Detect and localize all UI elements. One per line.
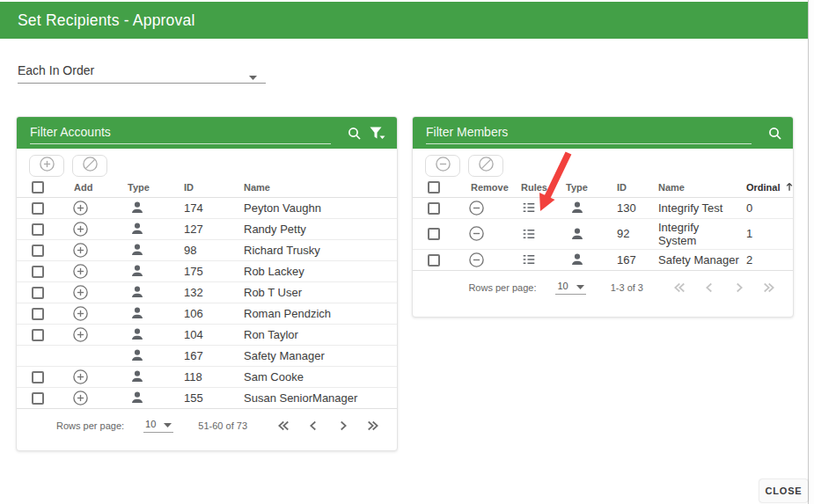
close-button[interactable]: CLOSE (759, 479, 808, 502)
filter-members-input[interactable]: Filter Members (426, 121, 752, 144)
row-checkbox[interactable] (428, 228, 440, 240)
dialog-title: Set Recipients - Approval (18, 11, 195, 30)
remove-circle-icon[interactable] (468, 200, 485, 216)
column-header-name[interactable]: Name (656, 179, 744, 197)
account-id: 98 (175, 239, 235, 260)
row-checkbox[interactable] (32, 202, 44, 215)
add-circle-icon[interactable] (72, 221, 89, 237)
search-icon[interactable] (347, 126, 362, 141)
member-ordinal: 1 (744, 218, 793, 249)
add-all-button[interactable] (29, 155, 64, 177)
add-circle-icon[interactable] (72, 369, 89, 385)
prev-page-icon[interactable] (694, 277, 724, 298)
member-name: Integrify Test (656, 197, 744, 218)
clear-selection-button[interactable] (72, 155, 107, 177)
table-row: 167 Safety Manager (17, 345, 397, 366)
account-name: Rob T User (235, 281, 397, 303)
table-row: 132 Rob T User (17, 281, 397, 303)
column-header-id[interactable]: ID (608, 179, 656, 197)
add-circle-icon[interactable] (72, 326, 89, 343)
row-checkbox[interactable] (32, 308, 44, 320)
account-id: 132 (175, 281, 235, 303)
table-row: 155 Susan SeniorManager (17, 387, 397, 408)
filter-accounts-input[interactable]: Filter Accounts (30, 121, 331, 144)
row-checkbox[interactable] (32, 392, 44, 405)
account-name: Randy Petty (235, 218, 397, 239)
row-checkbox[interactable] (32, 245, 44, 257)
row-checkbox[interactable] (32, 223, 44, 236)
add-circle-icon[interactable] (72, 305, 89, 322)
person-icon (129, 242, 145, 258)
column-header-type[interactable]: Type (564, 179, 608, 197)
row-checkbox[interactable] (32, 287, 44, 299)
row-checkbox[interactable] (428, 202, 440, 215)
rules-list-icon[interactable] (521, 226, 537, 242)
select-all-checkbox[interactable] (32, 181, 44, 194)
account-name: Ron Taylor (235, 324, 397, 345)
column-header-remove[interactable]: Remove (463, 179, 518, 197)
member-ordinal: 2 (744, 249, 793, 270)
page-gutter (809, 0, 814, 504)
select-all-checkbox[interactable] (428, 181, 440, 194)
prev-page-icon[interactable] (298, 415, 328, 436)
remove-circle-icon[interactable] (468, 225, 485, 242)
column-header-ordinal[interactable]: Ordinal (744, 179, 793, 197)
filter-funnel-icon[interactable] (369, 126, 386, 140)
account-name: Roman Pendzich (235, 303, 397, 324)
clear-selection-button[interactable] (468, 155, 503, 177)
accounts-pagination: Rows per page: 10 51-60 of 73 (17, 408, 397, 442)
account-name: Rob Lackey (235, 260, 397, 281)
members-panel: Filter Members Remove Rules Type ID Name… (412, 116, 794, 318)
person-icon (569, 200, 585, 215)
remove-all-button[interactable] (425, 155, 460, 177)
column-header-name[interactable]: Name (235, 179, 397, 197)
dialog-title-bar: Set Recipients - Approval (0, 2, 808, 39)
person-icon (129, 221, 145, 237)
rows-per-page-select[interactable]: 10 (143, 419, 173, 433)
add-circle-icon[interactable] (72, 200, 89, 216)
row-checkbox[interactable] (32, 329, 44, 341)
row-checkbox[interactable] (32, 266, 44, 278)
block-icon (478, 156, 495, 176)
row-checkbox[interactable] (428, 254, 440, 267)
member-id: 167 (608, 249, 656, 270)
next-page-icon[interactable] (724, 277, 754, 298)
remove-circle-icon (435, 156, 451, 176)
rows-per-page-label: Rows per page: (468, 282, 536, 293)
accounts-table: Add Type ID Name 174 Peyton Vaughn 127 R… (17, 179, 397, 408)
account-id: 127 (175, 218, 235, 239)
column-header-add[interactable]: Add (67, 179, 122, 197)
order-dropdown-value: Each In Order (18, 63, 94, 77)
add-circle-icon[interactable] (72, 390, 89, 406)
first-page-icon[interactable] (664, 277, 694, 298)
member-name: Integrify System (656, 218, 744, 249)
row-checkbox[interactable] (32, 371, 44, 383)
remove-circle-icon[interactable] (468, 252, 485, 268)
rows-per-page-select[interactable]: 10 (555, 281, 585, 295)
add-circle-icon[interactable] (72, 284, 89, 301)
account-name: Susan SeniorManager (235, 387, 397, 408)
add-circle-icon[interactable] (72, 242, 89, 259)
table-row: 127 Randy Petty (17, 218, 397, 239)
search-icon[interactable] (767, 126, 782, 141)
person-icon (129, 200, 145, 215)
person-icon (129, 347, 145, 363)
next-page-icon[interactable] (328, 415, 358, 436)
table-row: 92 Integrify System 1 (413, 218, 793, 249)
first-page-icon[interactable] (268, 415, 298, 436)
column-header-id[interactable]: ID (175, 179, 235, 197)
member-ordinal: 0 (744, 197, 793, 218)
table-row: 104 Ron Taylor (17, 324, 397, 345)
order-dropdown[interactable]: Each In Order (18, 58, 266, 84)
column-header-rules[interactable]: Rules (518, 179, 564, 197)
rules-list-icon[interactable] (521, 252, 537, 267)
last-page-icon[interactable] (358, 415, 388, 436)
add-circle-icon[interactable] (72, 263, 89, 280)
table-row: 98 Richard Trusky (17, 239, 397, 260)
column-header-type[interactable]: Type (122, 179, 175, 197)
members-panel-header: Filter Members (413, 117, 793, 149)
chevron-down-icon (249, 69, 257, 83)
last-page-icon[interactable] (754, 277, 784, 298)
rules-list-icon[interactable] (521, 200, 537, 215)
person-icon (129, 390, 145, 405)
